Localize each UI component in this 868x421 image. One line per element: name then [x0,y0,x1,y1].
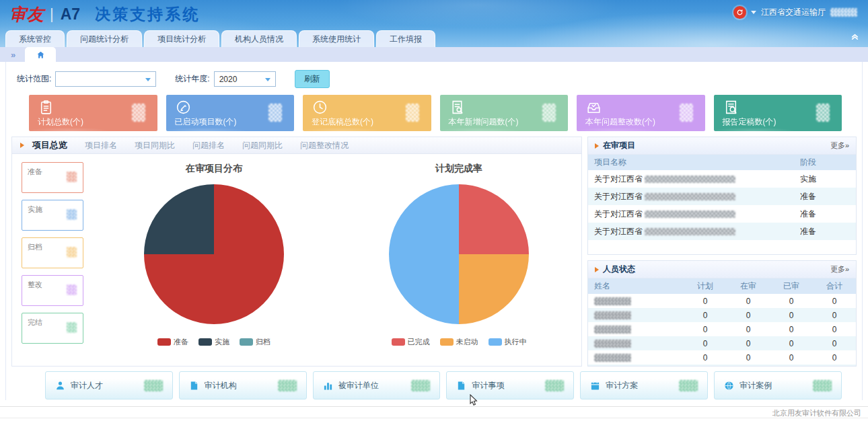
year-select[interactable]: 2020 [214,71,276,87]
column-name: 姓名 [588,278,684,294]
nav-tab[interactable]: 机构人员情况 [221,30,297,47]
legend-label: 执行中 [505,337,527,347]
legend-item[interactable]: 未启动 [440,337,478,347]
legend-label: 准备 [174,337,188,347]
nav-tab[interactable]: 系统使用统计 [299,30,374,47]
pie-project-distribution[interactable] [144,184,284,324]
stage-status-box[interactable]: 归档 [22,237,83,268]
user-area: 江西省交通运输厅 [733,6,857,19]
stage-status-box[interactable]: 实施 [22,200,83,231]
nav-tab[interactable]: 项目统计分析 [144,30,219,47]
plan-count-cell: 0 [684,336,727,350]
stat-card[interactable]: 计划总数(个) [29,95,157,131]
subtab[interactable]: 问题同期比 [242,140,283,151]
subtab-bar: 项目总览项目排名项目同期比问题排名问题同期比问题整改情况 [12,137,581,154]
nav-tab[interactable]: 系统管控 [5,30,65,47]
redacted-stat-value [816,104,830,122]
project-name-prefix: 关于对江西省 [594,192,643,201]
project-row[interactable]: 关于对江西省 实施 [588,170,856,188]
refresh-button[interactable]: 刷新 [295,70,330,88]
quick-link-label: 被审计单位 [338,380,379,391]
filter-bar: 统计范围: 统计年度: 2020 刷新 [6,62,862,88]
column-project-name: 项目名称 [588,155,794,170]
pie-chart-projects: 在审项目分布 准备实施归档 [92,154,336,366]
stat-card[interactable]: 本年问题整改数(个) [577,95,705,131]
quick-link-card[interactable]: 审计案例 [714,371,842,399]
more-link[interactable]: 更多» [830,264,849,274]
calendar-icon [590,381,600,391]
total-count-cell: 0 [813,322,856,336]
subtab[interactable]: 项目总览 [32,139,67,151]
active-tab-bullet-icon [20,143,24,148]
stat-cards: 计划总数(个) 已启动项目数(个) 登记底稿总数(个) 本年新增问题数(个) 本… [29,95,842,131]
legend-swatch [489,338,502,346]
legend-item[interactable]: 归档 [240,337,270,347]
legend-item[interactable]: 准备 [157,337,188,347]
plan-count-cell: 0 [684,308,727,322]
redacted-link-count [411,380,430,391]
main-row: 项目总览项目排名项目同期比问题排名问题同期比问题整改情况 准备 实施 归档 [11,137,857,367]
plan-count-cell: 0 [684,294,727,308]
in-review-count-cell: 0 [727,294,770,308]
quick-link-label: 审计案例 [739,380,772,391]
personnel-status-panel: 人员状态 更多» 姓名 计划 在审 已审 合计 [587,260,857,367]
quick-link-card[interactable]: 被审计单位 [313,371,441,399]
redacted-stat-value [542,104,556,122]
legend-item[interactable]: 已完成 [392,337,430,347]
quick-link-card[interactable]: 审计方案 [580,371,708,399]
legend-item[interactable]: 执行中 [489,337,527,347]
redacted-link-count [278,380,297,391]
subtab[interactable]: 问题排名 [192,140,225,151]
user-dropdown-caret[interactable] [751,11,756,14]
quick-link-icon-slot [189,381,199,391]
subtab[interactable]: 项目同期比 [135,140,175,151]
quick-link-icon-slot [590,381,600,391]
notification-refresh-button[interactable] [733,6,746,19]
redacted-person-name [594,326,631,334]
project-stage-cell: 准备 [794,223,856,240]
quick-link-card[interactable]: 审计人才 [45,371,173,399]
stat-card[interactable]: 已启动项目数(个) [166,95,295,131]
more-link[interactable]: 更多» [830,141,849,151]
legend-item[interactable]: 实施 [198,337,229,347]
quick-link-card[interactable]: 审计机构 [179,371,307,399]
panel-title: 在审项目 [603,140,635,151]
stat-card-icon-slot [723,99,739,116]
nav-tab[interactable]: 问题统计分析 [67,30,142,47]
project-row[interactable]: 关于对江西省 准备 [588,205,856,223]
home-tab[interactable] [25,47,56,62]
project-row[interactable]: 关于对江西省 准备 [588,188,856,205]
in-review-count-cell: 0 [727,336,770,350]
column-total: 合计 [813,278,856,294]
expand-chevron-icon[interactable]: » [11,50,15,60]
globe-icon [724,381,734,391]
collapse-tabs-button[interactable] [850,31,860,44]
subtab[interactable]: 问题整改情况 [300,140,349,151]
project-row[interactable]: 关于对江西省 准备 [588,223,856,240]
stage-status-box[interactable]: 完结 [22,313,83,344]
app-header: 审友 | A7 决策支持系统 江西省交通运输厅 系统管控问题统计分析项目统计分析… [0,0,868,47]
column-in-review: 在审 [727,278,770,294]
legend-swatch [440,338,454,346]
project-name-prefix: 关于对江西省 [594,209,643,219]
stage-status-box[interactable]: 整改 [22,275,83,306]
redacted-stage-count [67,247,77,258]
subtab[interactable]: 项目排名 [85,140,117,151]
tab-strip-bar: » [0,47,868,62]
stat-card-icon-slot [38,99,55,116]
stat-card[interactable]: 本年新增问题数(个) [440,95,569,131]
plan-count-cell: 0 [684,365,727,367]
stage-status-box[interactable]: 准备 [22,162,83,193]
nav-tab[interactable]: 工作填报 [376,30,435,47]
logo-divider: | [50,5,54,23]
scope-select[interactable] [55,71,156,87]
quick-link-card[interactable]: 审计事项 [446,371,574,399]
personnel-row: 0 0 0 0 [588,294,856,308]
plan-count-cell: 0 [684,322,727,336]
stat-card[interactable]: 登记底稿总数(个) [303,95,431,131]
project-name-prefix: 关于对江西省 [594,174,643,184]
personnel-row: 0 0 0 0 [588,365,856,367]
stat-card[interactable]: 报告定稿数(个) [714,95,842,131]
pie-plan-completion[interactable] [389,184,529,324]
quick-link-label: 审计方案 [606,380,638,391]
